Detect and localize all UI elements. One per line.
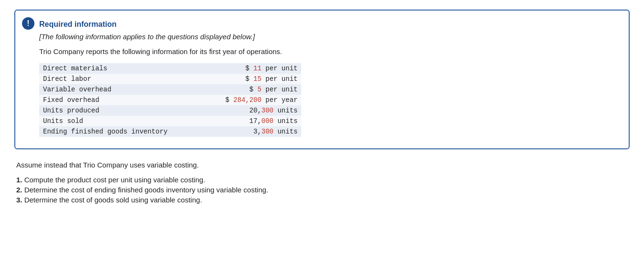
- table-row: Variable overhead$ 5 per unit: [39, 84, 301, 95]
- table-row: Units produced20,300 units: [39, 105, 301, 116]
- question-item: 3. Determine the cost of goods sold usin…: [16, 196, 628, 204]
- table-cell-value: 20,300 units: [206, 105, 301, 116]
- required-title: Required information: [39, 20, 614, 29]
- table-cell-value: $ 15 per unit: [206, 74, 301, 84]
- table-row: Units sold17,000 units: [39, 116, 301, 126]
- question-item: 2. Determine the cost of ending finished…: [16, 186, 628, 194]
- subtitle-italic: [The following information applies to th…: [39, 33, 614, 41]
- table-cell-label: Direct materials: [39, 63, 206, 74]
- table-cell-label: Fixed overhead: [39, 95, 206, 105]
- intro-text: Trio Company reports the following infor…: [39, 47, 614, 56]
- table-row: Direct labor$ 15 per unit: [39, 74, 301, 84]
- bottom-section: Assume instead that Trio Company uses va…: [14, 161, 630, 204]
- table-cell-label: Ending finished goods inventory: [39, 126, 206, 137]
- table-cell-label: Units produced: [39, 105, 206, 116]
- table-cell-value: 3,300 units: [206, 126, 301, 137]
- table-row: Direct materials$ 11 per unit: [39, 63, 301, 74]
- table-cell-value: $ 284,200 per year: [206, 95, 301, 105]
- info-box: ! Required information [The following in…: [14, 10, 630, 149]
- table-row: Fixed overhead$ 284,200 per year: [39, 95, 301, 105]
- table-row: Ending finished goods inventory3,300 uni…: [39, 126, 301, 137]
- table-cell-value: $ 11 per unit: [206, 63, 301, 74]
- questions-list: 1. Compute the product cost per unit usi…: [16, 176, 628, 204]
- page-wrapper: ! Required information [The following in…: [14, 10, 630, 204]
- table-cell-label: Variable overhead: [39, 84, 206, 95]
- question-item: 1. Compute the product cost per unit usi…: [16, 176, 628, 184]
- assume-text: Assume instead that Trio Company uses va…: [16, 161, 628, 169]
- table-cell-label: Units sold: [39, 116, 206, 126]
- table-cell-value: 17,000 units: [206, 116, 301, 126]
- table-cell-value: $ 5 per unit: [206, 84, 301, 95]
- data-table: Direct materials$ 11 per unitDirect labo…: [39, 63, 301, 137]
- table-cell-label: Direct labor: [39, 74, 206, 84]
- alert-icon: !: [22, 17, 34, 30]
